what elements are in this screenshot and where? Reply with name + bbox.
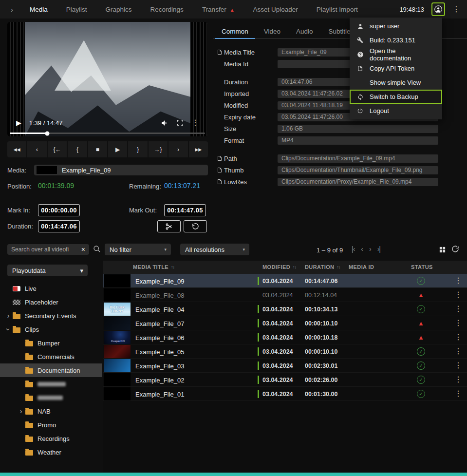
sidebar-item-recordings[interactable]: Recordings (0, 432, 102, 445)
sidebar-item-live[interactable]: Live (0, 282, 102, 295)
row-kebab-icon[interactable] (454, 333, 462, 341)
transport-goto-mark-in-button[interactable]: {← (48, 141, 67, 157)
row-kebab-icon[interactable] (454, 347, 462, 355)
col-media-title[interactable]: MEDIA TITLE (133, 264, 174, 270)
page-prev-button[interactable] (361, 245, 363, 253)
progress-handle[interactable] (45, 131, 50, 135)
transport-goto-mark-out-button[interactable]: →} (149, 141, 168, 157)
sidebar-item-weather[interactable]: Weather (0, 445, 102, 459)
table-row[interactable]: Example_File_05 03.04.2024 00:00:10.10 (103, 344, 467, 359)
menu-item-copy-api-token[interactable]: Copy API Token (350, 61, 442, 76)
document-icon (217, 155, 224, 161)
row-kebab-icon[interactable] (454, 277, 462, 285)
col-duration[interactable]: DURATION (305, 264, 340, 270)
col-media-id[interactable]: MEDIA ID (349, 264, 374, 270)
table-row[interactable]: Example_File_09 03.04.2024 00:14:47.06 (103, 274, 467, 288)
col-status[interactable]: STATUS (411, 264, 433, 270)
transport-set-mark-out-button[interactable]: } (128, 141, 147, 157)
refresh-icon[interactable] (451, 245, 459, 253)
menu-item-switch-to-backup[interactable]: Switch to Backup (350, 90, 442, 104)
clear-search-icon[interactable] (81, 246, 85, 253)
sidebar-item-promo[interactable]: Promo (0, 418, 102, 432)
tab-common[interactable]: Common (214, 24, 256, 38)
grid-view-icon[interactable] (439, 246, 446, 253)
sidebar-item-secondary-events[interactable]: Secondary Events (0, 309, 102, 323)
nav-expand-icon[interactable] (11, 5, 13, 14)
sidebar-item-blurred-1[interactable] (0, 377, 102, 391)
playout-data-dropdown[interactable]: Playoutdata (7, 265, 88, 276)
position-label: Position: (7, 183, 32, 190)
nav-item-asset-uploader[interactable]: Asset Uploader (253, 6, 298, 13)
sort-icon[interactable] (336, 265, 340, 269)
sidebar-item-documentation[interactable]: Documentation (0, 363, 102, 377)
menu-item-show-simple-view[interactable]: Show simple View (350, 76, 442, 90)
nav-item-playlist[interactable]: Playlist (66, 6, 87, 13)
video-progress-bar[interactable] (10, 133, 205, 134)
table-row[interactable]: Example_File_02 03.04.2024 00:02:26.00 (103, 373, 467, 387)
row-kebab-icon[interactable] (454, 362, 462, 369)
menu-item-build[interactable]: Build: 0.233.151 (350, 33, 442, 47)
cut-button[interactable] (157, 220, 181, 232)
nav-item-graphics[interactable]: Graphics (106, 6, 132, 13)
table-row[interactable]: Example_File_01 03.04.2024 00:01:30.00 (103, 387, 467, 401)
transport-stop-button[interactable]: ■ (88, 141, 107, 157)
tab-audio[interactable]: Audio (288, 24, 321, 38)
search-icon[interactable] (93, 245, 101, 253)
resolution-select[interactable]: All resolutions (180, 244, 249, 255)
volume-icon[interactable] (161, 119, 169, 127)
user-menu-button[interactable] (431, 2, 445, 16)
table-row[interactable]: Big Buck BUNNY Example_File_04 03.04.202… (103, 302, 467, 316)
row-kebab-icon[interactable] (454, 305, 462, 313)
transport-set-mark-in-button[interactable]: { (68, 141, 87, 157)
chevron-down-icon[interactable] (4, 325, 13, 333)
current-media-field[interactable]: Example_File_09 (34, 165, 208, 175)
page-last-button[interactable] (377, 245, 380, 253)
row-kebab-icon[interactable] (454, 390, 462, 398)
tab-video[interactable]: Video (256, 24, 288, 38)
transport-skip-start-button[interactable]: ◀◀ (7, 141, 26, 157)
page-first-button[interactable] (352, 245, 355, 253)
chevron-right-icon[interactable] (4, 312, 13, 320)
sidebar-item-bumper[interactable]: Bumper (0, 336, 102, 350)
sort-icon[interactable] (171, 265, 174, 269)
transport-skip-end-button[interactable]: ▶▶ (189, 141, 208, 157)
transport-step-forward-button[interactable]: › (168, 141, 187, 157)
col-modified[interactable]: MODIFIED (262, 264, 296, 270)
transport-step-back-button[interactable]: ‹ (27, 141, 46, 157)
restore-button[interactable] (184, 220, 207, 232)
row-duration: 00:12:14.04 (305, 292, 337, 299)
video-preview[interactable]: 1:39 / 14:47 (7, 22, 208, 136)
topnav-kebab-icon[interactable] (452, 5, 460, 13)
menu-item-open-documentation[interactable]: Open the documentation (350, 47, 442, 61)
sidebar-item-placeholder[interactable]: Placeholder (0, 295, 102, 309)
row-kebab-icon[interactable] (454, 291, 462, 299)
sort-icon[interactable] (293, 265, 296, 269)
fullscreen-icon[interactable] (177, 119, 184, 126)
page-next-button[interactable] (369, 245, 371, 253)
chevron-right-icon[interactable] (17, 407, 25, 415)
mark-in-field[interactable]: 00:00:00.00 (38, 204, 80, 216)
nav-item-playlist-import[interactable]: Playlist Import (317, 6, 358, 13)
transport-play-button[interactable]: ▶ (108, 141, 127, 157)
table-row[interactable]: CosparCO Example_File_06 03.04.2024 00:0… (103, 330, 467, 344)
table-row[interactable]: Example_File_03 03.04.2024 00:02:30.01 (103, 359, 467, 373)
nav-item-transfer[interactable]: Transfer (202, 6, 235, 13)
sidebar-item-commercials[interactable]: Commercials (0, 350, 102, 363)
row-kebab-icon[interactable] (454, 319, 462, 327)
menu-item-super-user[interactable]: super user (350, 19, 442, 33)
table-row[interactable]: Example_File_07 03.04.2024 00:00:10.10 (103, 316, 467, 330)
mark-out-field[interactable]: 00:14:47.05 (164, 204, 206, 216)
sidebar-item-clips[interactable]: Clips (0, 323, 102, 336)
search-input[interactable]: Search over all videofi (7, 244, 89, 255)
nav-item-media[interactable]: Media (30, 6, 48, 13)
nav-item-recordings[interactable]: Recordings (150, 6, 184, 13)
menu-item-logout[interactable]: Logout (350, 104, 442, 118)
sidebar-item-blurred-2[interactable] (0, 391, 102, 404)
play-icon[interactable] (16, 119, 21, 127)
video-kebab-icon[interactable] (191, 119, 199, 127)
sidebar-item-nab[interactable]: NAB (0, 404, 102, 418)
table-row[interactable]: Example_File_08 03.04.2024 00:12:14.04 (103, 288, 467, 302)
filter-select[interactable]: No filter (105, 244, 171, 255)
duration-field[interactable]: 00:14:47.06 (38, 220, 80, 232)
row-kebab-icon[interactable] (454, 376, 462, 383)
